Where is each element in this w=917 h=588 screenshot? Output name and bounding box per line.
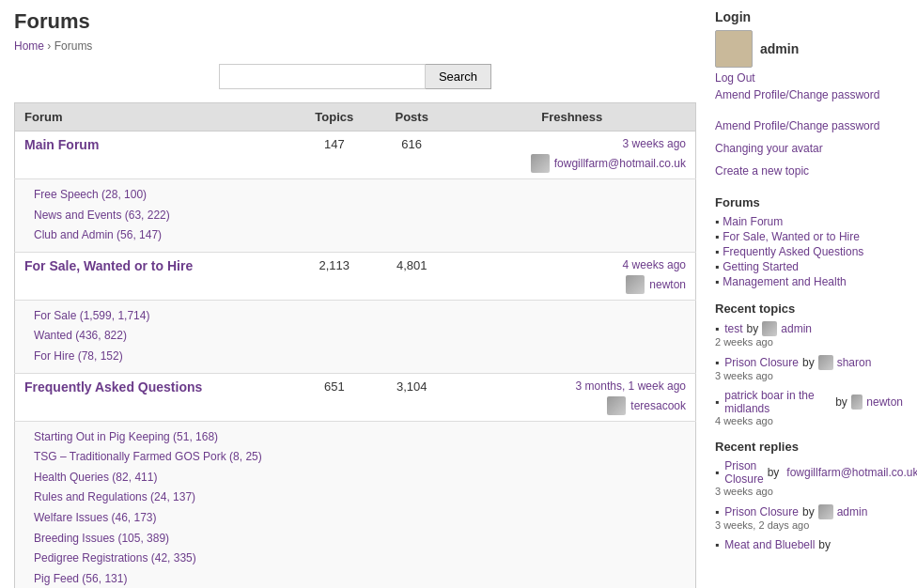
change-avatar-link[interactable]: Changing your avatar: [715, 137, 903, 160]
recent-reply-link-2[interactable]: Meat and Bluebell: [724, 538, 815, 551]
recent-reply-user-0[interactable]: fowgillfarm@hotmail.co.uk: [786, 466, 917, 479]
topic-avatar-0: [762, 321, 777, 336]
sidebar-forum-item-3: Getting Started: [715, 260, 903, 273]
forum-link-1[interactable]: For Sale, Wanted or to Hire: [24, 258, 193, 273]
reply-line-2: ▪ Meat and Bluebell by: [715, 538, 903, 551]
recent-topic-link-2[interactable]: patrick boar in the midlands: [724, 389, 832, 415]
subforum-link[interactable]: Rules and Regulations (24, 137): [34, 487, 686, 508]
freshness-cell: 3 weeks ago fowgillfarm@hotmail.co.uk: [448, 132, 695, 179]
topic-avatar-2: [851, 395, 863, 410]
search-button[interactable]: Search: [426, 64, 491, 89]
subforums-row: Free Speech (28, 100)News and Events (63…: [15, 179, 696, 253]
freshness-user-link-1[interactable]: newton: [649, 278, 686, 291]
amend-profile-link-1[interactable]: Amend Profile/Change password: [715, 88, 903, 101]
recent-reply-user-1[interactable]: admin: [837, 505, 868, 518]
recent-topics-title: Recent topics: [715, 302, 903, 316]
sidebar-forum-item-4: Management and Health: [715, 275, 903, 288]
posts-cell: 4,801: [375, 252, 448, 300]
recent-reply-link-1[interactable]: Prison Closure: [724, 505, 799, 518]
sidebar: Login admin Log Out Amend Profile/Change…: [715, 9, 903, 588]
sidebar-forum-item-0: Main Forum: [715, 215, 903, 228]
avatar: [715, 30, 753, 68]
recent-topic-user-2[interactable]: newton: [866, 395, 903, 409]
topics-cell: 651: [294, 373, 375, 421]
topics-cell: 147: [294, 132, 375, 179]
table-row: Main Forum 147 616 3 weeks ago fowgillfa…: [15, 132, 696, 179]
subforum-link[interactable]: For Sale (1,599, 1,714): [34, 306, 686, 327]
subforum-link[interactable]: Health Queries (82, 411): [34, 468, 686, 488]
subforum-link[interactable]: Wanted (436, 822): [34, 326, 686, 347]
recent-topic-time-2: 4 weeks ago: [715, 415, 903, 426]
topics-cell: 2,113: [294, 252, 375, 300]
table-row: Frequently Asked Questions 651 3,104 3 m…: [15, 373, 696, 421]
subforums-cell: For Sale (1,599, 1,714)Wanted (436, 822)…: [15, 300, 696, 373]
amend-profile-link-2[interactable]: Amend Profile/Change password: [715, 115, 903, 137]
subforum-link[interactable]: Pedigree Registrations (42, 335): [34, 549, 686, 569]
freshness-cell: 4 weeks ago newton: [448, 252, 695, 300]
reply-line-0: ▪ Prison Closure by fowgillfarm@hotmail.…: [715, 459, 903, 486]
sidebar-forum-link-1[interactable]: For Sale, Wanted or to Hire: [723, 230, 860, 243]
subforums-cell: Free Speech (28, 100)News and Events (63…: [15, 179, 696, 253]
freshness-cell: 3 months, 1 week ago teresacook: [448, 373, 695, 421]
subforum-link[interactable]: Free Speech (28, 100): [34, 185, 686, 206]
sidebar-forum-link-3[interactable]: Getting Started: [723, 260, 799, 273]
recent-topic-link-0[interactable]: test: [724, 322, 742, 335]
username-label: admin: [760, 41, 799, 56]
subforum-link[interactable]: Welfare Issues (46, 173): [34, 508, 686, 529]
topic-line-1: ▪ Prison Closure by sharon: [715, 355, 903, 370]
recent-reply-item-1: ▪ Prison Closure by admin 3 weeks, 2 day…: [715, 504, 903, 531]
create-topic-link[interactable]: Create a new topic: [715, 160, 903, 182]
topic-avatar-1: [818, 355, 833, 370]
subforum-link[interactable]: Pig Feed (56, 131): [34, 569, 686, 588]
subforums-row: For Sale (1,599, 1,714)Wanted (436, 822)…: [15, 300, 696, 373]
breadcrumb-home-link[interactable]: Home: [14, 39, 44, 53]
sidebar-forum-link-0[interactable]: Main Forum: [723, 215, 783, 228]
recent-reply-item-2: ▪ Meat and Bluebell by: [715, 538, 903, 551]
freshness-link-0[interactable]: 3 weeks ago: [623, 137, 686, 150]
col-forum: Forum: [15, 103, 294, 132]
col-freshness: Freshness: [448, 103, 695, 132]
recent-topic-user-1[interactable]: sharon: [837, 356, 872, 369]
freshness-user-link-2[interactable]: teresacook: [630, 399, 686, 412]
recent-topic-item-1: ▪ Prison Closure by sharon 3 weeks ago: [715, 355, 903, 381]
freshness-link-1[interactable]: 4 weeks ago: [623, 258, 686, 271]
sidebar-forum-link-2[interactable]: Frequently Asked Questions: [723, 245, 863, 258]
topic-line-0: ▪ test by admin: [715, 321, 903, 336]
recent-replies-section: Recent replies ▪ Prison Closure by fowgi…: [715, 440, 903, 551]
recent-reply-time-1: 3 weeks, 2 days ago: [715, 519, 903, 531]
recent-replies-list: ▪ Prison Closure by fowgillfarm@hotmail.…: [715, 459, 903, 551]
login-title: Login: [715, 9, 903, 24]
forums-table: Forum Topics Posts Freshness Main Forum …: [14, 102, 696, 588]
table-header-row: Forum Topics Posts Freshness: [15, 103, 696, 132]
sidebar-links: Amend Profile/Change password Changing y…: [715, 115, 903, 182]
recent-topic-time-0: 2 weeks ago: [715, 336, 903, 348]
logout-link[interactable]: Log Out: [715, 71, 903, 85]
recent-reply-item-0: ▪ Prison Closure by fowgillfarm@hotmail.…: [715, 459, 903, 497]
freshness-link-2[interactable]: 3 months, 1 week ago: [576, 379, 686, 393]
freshness-avatar-0: [531, 154, 550, 173]
reply-line-1: ▪ Prison Closure by admin: [715, 504, 903, 519]
topic-line-2: ▪ patrick boar in the midlands by newton: [715, 389, 903, 415]
subforum-link[interactable]: TSG – Traditionally Farmed GOS Pork (8, …: [34, 447, 686, 468]
forum-link-0[interactable]: Main Forum: [24, 137, 99, 152]
subforum-link[interactable]: News and Events (63, 222): [34, 206, 686, 226]
recent-topic-link-1[interactable]: Prison Closure: [724, 356, 799, 369]
sidebar-forum-item-1: For Sale, Wanted or to Hire: [715, 230, 903, 243]
recent-topic-item-2: ▪ patrick boar in the midlands by newton…: [715, 389, 903, 426]
subforums-row: Starting Out in Pig Keeping (51, 168)TSG…: [15, 421, 696, 588]
subforum-link[interactable]: Starting Out in Pig Keeping (51, 168): [34, 427, 686, 448]
freshness-user-link-0[interactable]: fowgillfarm@hotmail.co.uk: [554, 157, 686, 170]
main-content: Forums Home › Forums Search Forum Topics…: [14, 9, 696, 588]
forums-section-title: Forums: [715, 195, 903, 209]
subforum-link[interactable]: For Hire (78, 152): [34, 347, 686, 367]
recent-reply-link-0[interactable]: Prison Closure: [724, 459, 763, 486]
forum-link-2[interactable]: Frequently Asked Questions: [24, 379, 202, 395]
subforums-cell: Starting Out in Pig Keeping (51, 168)TSG…: [15, 421, 696, 588]
recent-topic-user-0[interactable]: admin: [781, 322, 812, 335]
subforum-link[interactable]: Club and Admin (56, 147): [34, 225, 686, 246]
subforum-link[interactable]: Breeding Issues (105, 389): [34, 529, 686, 549]
search-input[interactable]: [219, 64, 426, 89]
sidebar-forum-link-4[interactable]: Management and Health: [723, 275, 846, 288]
forums-section: Forums Main ForumFor Sale, Wanted or to …: [715, 195, 903, 288]
sidebar-forum-item-2: Frequently Asked Questions: [715, 245, 903, 258]
